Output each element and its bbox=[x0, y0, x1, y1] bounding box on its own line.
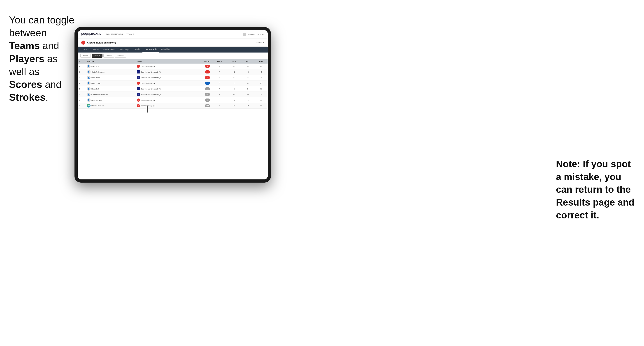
nav-teams[interactable]: TEAMS bbox=[126, 33, 134, 36]
nav-right: Test User | Sign out bbox=[243, 33, 264, 36]
sign-out-link[interactable]: Sign out bbox=[258, 33, 264, 35]
toggle-teams-button[interactable]: Teams bbox=[80, 54, 91, 58]
cell-team: ≡Scoreboard University [A] bbox=[136, 75, 193, 80]
table-row: 4👤David FordCClippd College [A]EF+1-4+3 bbox=[78, 80, 268, 86]
cell-rank: 4 bbox=[78, 80, 86, 86]
tablet-screen: SCOREBOARD Powered by clippd TOURNAMENTS… bbox=[78, 30, 268, 179]
user-name: Test User | bbox=[248, 33, 256, 35]
logo-title: SCOREBOARD bbox=[81, 32, 101, 35]
cell-player: MTMarcus Turners bbox=[86, 103, 136, 109]
player-name: Blair McHarg bbox=[92, 99, 102, 101]
team-name: Scoreboard University [A] bbox=[141, 88, 162, 90]
cell-thru: F bbox=[211, 92, 228, 97]
table-row: 5👤Rees Britt≡Scoreboard University [A]+1… bbox=[78, 86, 268, 92]
cell-thru: F bbox=[211, 80, 228, 86]
cancel-button[interactable]: Cancel × bbox=[256, 41, 264, 44]
cell-thru: F bbox=[211, 86, 228, 92]
table-row: 1👤Elliot EbertCClippd College [A]-8F+3-6… bbox=[78, 64, 268, 69]
tablet-frame: SCOREBOARD Powered by clippd TOURNAMENTS… bbox=[74, 27, 271, 182]
cell-thru: F bbox=[211, 69, 228, 75]
tournament-name: Clippd Invitational (Men) bbox=[87, 41, 256, 44]
team-name: Clippd College [A] bbox=[141, 105, 155, 107]
tab-tee-groups[interactable]: Tee Groups bbox=[117, 47, 132, 52]
cell-rd3: +6 bbox=[254, 97, 268, 103]
cell-rd2: +5 bbox=[241, 69, 254, 75]
cell-rd2: E bbox=[241, 86, 254, 92]
cell-team: CClippd College [A] bbox=[136, 103, 193, 109]
nav-links: TOURNAMENTS TEAMS bbox=[106, 33, 242, 36]
player-name: Cameron Robertson bbox=[92, 94, 108, 96]
col-total: TOTAL bbox=[193, 59, 211, 64]
cell-rank: 3 bbox=[78, 75, 86, 80]
tab-leaderboards[interactable]: Leaderboards bbox=[142, 47, 159, 52]
cell-rd1: +5 bbox=[228, 92, 241, 97]
leaderboard-table: # PLAYER TEAM TOTAL THRU RD1 RD2 RD3 1👤E… bbox=[78, 59, 268, 179]
team-name: Clippd College [A] bbox=[141, 99, 155, 101]
cell-rd1: -5 bbox=[228, 69, 241, 75]
tournament-icon: C bbox=[81, 41, 85, 45]
tab-details[interactable]: Details bbox=[80, 47, 91, 52]
tab-results[interactable]: Results bbox=[132, 47, 142, 52]
player-name: David Ford bbox=[92, 82, 100, 84]
toggle-strokes-button[interactable]: Strokes bbox=[115, 54, 126, 58]
cell-rank: 1 bbox=[78, 64, 86, 69]
player-name: Marcus Turners bbox=[92, 105, 104, 107]
table-header-row: # PLAYER TEAM TOTAL THRU RD1 RD2 RD3 bbox=[78, 59, 268, 64]
tablet-side-button bbox=[147, 106, 148, 113]
players-table: # PLAYER TEAM TOTAL THRU RD1 RD2 RD3 1👤E… bbox=[78, 59, 268, 109]
table-body: 1👤Elliot EbertCClippd College [A]-8F+3-6… bbox=[78, 64, 268, 109]
cell-player: 👤Chris Robertson bbox=[86, 69, 136, 75]
nav-tournaments[interactable]: TOURNAMENTS bbox=[106, 33, 123, 36]
cell-rd3: -1 bbox=[254, 75, 268, 80]
cell-rd1: +2 bbox=[228, 97, 241, 103]
user-avatar bbox=[243, 33, 246, 36]
cell-rank: 7 bbox=[78, 97, 86, 103]
cell-rd3: -1 bbox=[254, 92, 268, 97]
cell-rd3: +2 bbox=[254, 103, 268, 109]
cell-total: +1 bbox=[193, 86, 211, 92]
logo-subtitle: Powered by clippd bbox=[81, 35, 101, 36]
table-row: 7👤Blair McHargCClippd College [A]+8F+2+1… bbox=[78, 97, 268, 103]
cell-rd1: +2 bbox=[228, 103, 241, 109]
cell-rd2: -2 bbox=[241, 75, 254, 80]
cell-rd2: +2 bbox=[241, 92, 254, 97]
cell-thru: F bbox=[211, 97, 228, 103]
cell-player: 👤Rees Britt bbox=[86, 86, 136, 92]
tab-teams[interactable]: Teams bbox=[91, 47, 101, 52]
cell-rd3: +3 bbox=[254, 80, 268, 86]
col-rank: # bbox=[78, 59, 86, 64]
table-row: 6👤Cameron Robertson≡Scoreboard Universit… bbox=[78, 92, 268, 97]
app-logo: SCOREBOARD Powered by clippd bbox=[81, 32, 101, 36]
cell-rd1: +1 bbox=[228, 86, 241, 92]
left-annotation: You can toggle between Teams and Players… bbox=[9, 13, 74, 104]
cell-player: 👤Blair McHarg bbox=[86, 97, 136, 103]
col-rd3: RD3 bbox=[254, 59, 268, 64]
team-name: Clippd College [A] bbox=[141, 82, 155, 84]
table-row: 8MTMarcus TurnersCClippd College [A]+11F… bbox=[78, 103, 268, 109]
cell-thru: F bbox=[211, 75, 228, 80]
cell-rank: 8 bbox=[78, 103, 86, 109]
top-nav: SCOREBOARD Powered by clippd TOURNAMENTS… bbox=[78, 30, 268, 39]
tab-course-setup[interactable]: Course Setup bbox=[101, 47, 117, 52]
tournament-header: C Clippd Invitational (Men) Cancel × bbox=[78, 39, 268, 47]
team-name: Clippd College [A] bbox=[141, 65, 155, 67]
cell-player: 👤David Ford bbox=[86, 80, 136, 86]
player-name: Chris Robertson bbox=[92, 71, 104, 73]
player-name: Elliot Ebert bbox=[92, 65, 100, 67]
team-name: Scoreboard University [A] bbox=[141, 71, 162, 73]
cell-total: +8 bbox=[193, 97, 211, 103]
right-annotation: Note: If you spot a mistake, you can ret… bbox=[556, 158, 637, 222]
cell-total: E bbox=[193, 80, 211, 86]
cell-rank: 5 bbox=[78, 86, 86, 92]
cell-rd2: -4 bbox=[241, 80, 254, 86]
tab-printables[interactable]: Printables bbox=[159, 47, 172, 52]
cell-total: -2 bbox=[193, 75, 211, 80]
team-name: Scoreboard University [A] bbox=[141, 77, 162, 79]
cell-team: CClippd College [A] bbox=[136, 80, 193, 86]
col-player: PLAYER bbox=[86, 59, 136, 64]
toggle-scores-button[interactable]: Scores bbox=[104, 54, 114, 58]
player-name: Rich Butler bbox=[92, 77, 100, 79]
toggle-row: Teams Players Scores Strokes bbox=[78, 52, 268, 59]
toggle-players-button[interactable]: Players bbox=[92, 54, 103, 58]
table-row: 3👤Rich Butler≡Scoreboard University [A]-… bbox=[78, 75, 268, 80]
